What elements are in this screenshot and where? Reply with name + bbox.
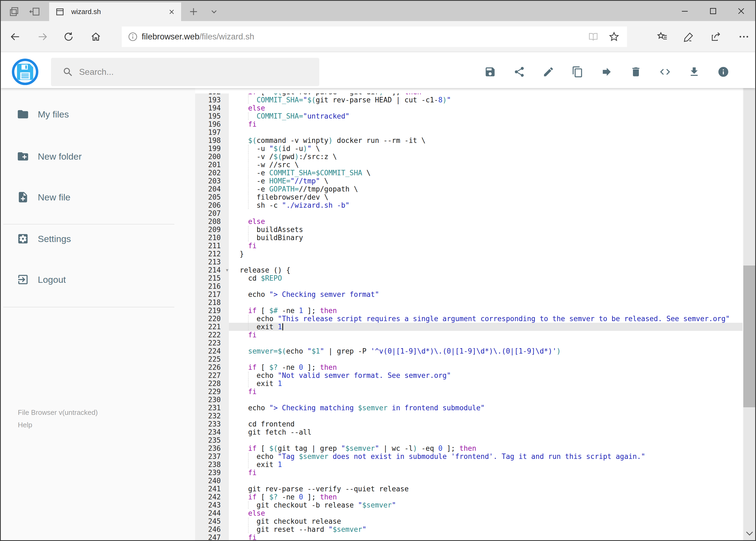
code-line-text[interactable]: fi xyxy=(229,120,742,128)
code-line-text[interactable]: cd $REPO xyxy=(229,274,742,282)
sidebar-item-my-files[interactable]: My files xyxy=(1,102,190,127)
code-line-text[interactable]: -e HOME="//tmp" \ xyxy=(229,177,742,185)
app-logo[interactable] xyxy=(12,59,38,85)
close-window-button[interactable] xyxy=(727,1,755,21)
code-line-text[interactable]: buildAssets xyxy=(229,226,742,234)
more-options-icon[interactable] xyxy=(738,31,750,43)
page-info-icon[interactable] xyxy=(127,31,138,42)
save-button[interactable] xyxy=(484,66,496,78)
code-line-text[interactable]: if [ $(git tag | grep "$semver" | wc -l)… xyxy=(229,444,742,452)
code-line-text[interactable]: echo "> Checking matching $semver in fro… xyxy=(229,404,742,412)
new-tab-button[interactable] xyxy=(187,6,199,18)
code-line-text[interactable]: sh -c "./wizard.sh -b" xyxy=(229,201,742,209)
code-line-text[interactable] xyxy=(229,282,742,290)
tab-preview-chevron-icon[interactable] xyxy=(208,6,220,18)
tab-close-icon[interactable] xyxy=(167,7,176,16)
code-line-text[interactable]: echo "> Checking semver format" xyxy=(229,290,742,298)
code-line-text[interactable]: if [ $# -ne 1 ]; then xyxy=(229,306,742,315)
code-line-text[interactable]: filebrowser/dev \ xyxy=(229,193,742,201)
favorite-star-icon[interactable] xyxy=(608,31,620,43)
code-line-text[interactable]: } xyxy=(229,250,742,258)
code-line-text[interactable]: fi xyxy=(229,242,742,250)
code-line-text[interactable]: if [ $? -ne 0 ]; then xyxy=(229,493,742,501)
code-line-text[interactable]: -e COMMIT_SHA=$COMMIT_SHA \ xyxy=(229,169,742,177)
reading-view-icon[interactable] xyxy=(588,31,599,42)
code-line-text[interactable] xyxy=(229,258,742,266)
code-line-text[interactable]: if [ "$(git rev-parse --git-dir)" ]; the… xyxy=(229,94,742,96)
code-line-text[interactable]: exit 1 xyxy=(229,323,742,331)
code-line-text[interactable] xyxy=(229,412,742,420)
code-line-text[interactable]: release () { xyxy=(229,266,742,274)
code-line-text[interactable]: -v /$(pwd):/src:z \ xyxy=(229,153,742,161)
code-line-text[interactable] xyxy=(229,355,742,363)
code-line-text[interactable]: git reset --hard "$semver" xyxy=(229,525,742,533)
code-line-text[interactable]: git rev-parse --verify --quiet release xyxy=(229,485,742,493)
code-line-text[interactable]: -u "$(id -u)" \ xyxy=(229,145,742,153)
code-line-text[interactable]: semver=$(echo "$1" | grep -P '^v(0|[1-9]… xyxy=(229,347,742,355)
forward-button[interactable] xyxy=(37,31,49,43)
code-line-text[interactable]: else xyxy=(229,509,742,517)
web-note-pen-icon[interactable] xyxy=(683,31,695,43)
url-field[interactable]: filebrowser.web/files/wizard.sh xyxy=(122,26,627,47)
refresh-button[interactable] xyxy=(63,31,75,43)
code-editor[interactable]: 192 if [ "$(git rev-parse --git-dir)" ];… xyxy=(195,94,742,541)
maximize-button[interactable] xyxy=(699,1,727,21)
code-line-text[interactable]: echo "This release script requires a sin… xyxy=(229,315,742,323)
help-link[interactable]: Help xyxy=(18,419,98,431)
scrollbar-thumb[interactable] xyxy=(743,266,756,407)
delete-button[interactable] xyxy=(630,66,642,78)
code-line-text[interactable]: exit 1 xyxy=(229,379,742,387)
code-line-text[interactable] xyxy=(229,339,742,347)
raw-button[interactable] xyxy=(659,66,671,78)
code-line-text[interactable]: $(command -v winpty) docker run --rm -it… xyxy=(229,136,742,145)
code-line-text[interactable]: -w //src \ xyxy=(229,161,742,169)
code-line-text[interactable] xyxy=(229,477,742,485)
sidebar-item-settings[interactable]: Settings xyxy=(1,226,190,251)
set-tabs-aside-icon[interactable] xyxy=(29,6,41,18)
code-line-text[interactable]: COMMIT_SHA="untracked" xyxy=(229,112,742,120)
code-line-text[interactable]: exit 1 xyxy=(229,460,742,469)
page-scrollbar[interactable] xyxy=(743,52,756,541)
code-line-text[interactable]: git checkout -b release "$semver" xyxy=(229,501,742,509)
code-line-text[interactable]: else xyxy=(229,218,742,226)
code-line-text[interactable] xyxy=(229,396,742,404)
home-button[interactable] xyxy=(90,31,102,43)
code-line-text[interactable]: echo "Tag $semver does not exist in subm… xyxy=(229,452,742,460)
copy-button[interactable] xyxy=(572,66,584,78)
info-button[interactable] xyxy=(717,66,729,78)
code-line-text[interactable]: git fetch --all xyxy=(229,428,742,436)
code-line-text[interactable] xyxy=(229,436,742,444)
sidebar-item-new-folder[interactable]: New folder xyxy=(1,144,190,169)
share-page-icon[interactable] xyxy=(710,31,722,43)
code-line-text[interactable]: cd frontend xyxy=(229,420,742,428)
code-line-text[interactable]: echo "Not valid semver format. See semve… xyxy=(229,371,742,379)
code-line-text[interactable]: buildBinary xyxy=(229,234,742,242)
search-input[interactable] xyxy=(79,67,319,77)
sidebar-item-logout[interactable]: Logout xyxy=(1,267,190,292)
minimize-button[interactable] xyxy=(671,1,699,21)
share-button[interactable] xyxy=(513,66,525,78)
code-line-text[interactable]: fi xyxy=(229,387,742,396)
download-button[interactable] xyxy=(688,66,700,78)
hub-favorites-icon[interactable] xyxy=(656,31,668,43)
code-line-text[interactable]: -e GOPATH=//tmp/gopath \ xyxy=(229,185,742,193)
scroll-down-icon[interactable] xyxy=(743,528,756,539)
code-line-text[interactable]: fi xyxy=(229,469,742,477)
code-line-text[interactable]: COMMIT_SHA="$(git rev-parse HEAD | cut -… xyxy=(229,96,742,104)
code-line-text[interactable] xyxy=(229,298,742,306)
code-line-text[interactable]: if [ $? -ne 0 ]; then xyxy=(229,363,742,371)
fold-marker-icon[interactable]: ▾ xyxy=(226,266,228,274)
code-line-text[interactable] xyxy=(229,128,742,136)
rename-button[interactable] xyxy=(543,66,554,78)
search-bar[interactable] xyxy=(51,58,319,86)
code-line-text[interactable]: else xyxy=(229,104,742,112)
sidebar-item-new-file[interactable]: New file xyxy=(1,185,190,210)
tabs-you-set-aside-icon[interactable] xyxy=(8,6,20,18)
code-line-text[interactable] xyxy=(229,209,742,218)
code-line-text[interactable]: fi xyxy=(229,331,742,339)
code-line-text[interactable]: fi xyxy=(229,533,742,541)
code-line-text[interactable]: git checkout release xyxy=(229,517,742,525)
back-button[interactable] xyxy=(9,31,21,43)
browser-tab[interactable]: wizard.sh xyxy=(49,2,181,21)
move-button[interactable] xyxy=(601,66,613,78)
